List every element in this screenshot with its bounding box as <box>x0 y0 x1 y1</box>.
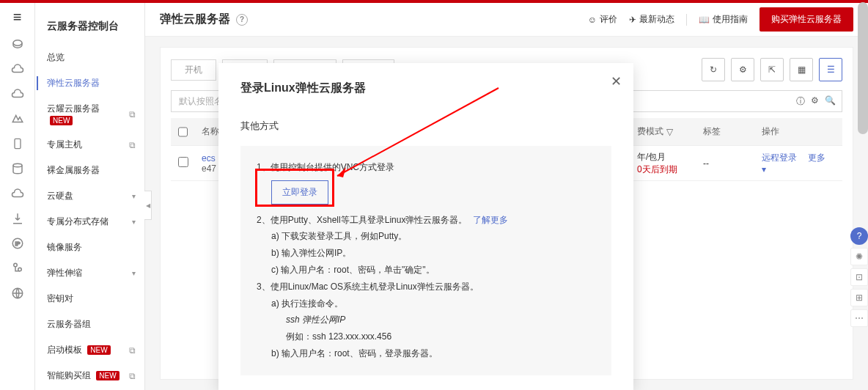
svg-rect-1 <box>15 139 21 148</box>
method-2b: b) 输入弹性公网IP。 <box>257 245 595 262</box>
external-icon: ⧉ <box>129 109 136 119</box>
learn-more-link[interactable]: 了解更多 <box>473 215 508 225</box>
refresh-icon[interactable]: ↻ <box>702 58 725 81</box>
rail-icon-10[interactable] <box>11 262 24 275</box>
svg-point-2 <box>13 163 22 167</box>
filter-help-icon[interactable]: ⓘ <box>796 95 805 108</box>
cell-tags: -- <box>696 158 754 169</box>
rail-icon-11[interactable] <box>11 287 24 300</box>
news-link[interactable]: ✈ 最新动态 <box>629 13 674 26</box>
nav-ims[interactable]: 镜像服务 <box>35 235 144 260</box>
nav-as[interactable]: 弹性伸缩▾ <box>35 260 144 286</box>
th-billing[interactable]: 费模式 ▽ <box>630 125 696 138</box>
modal-close-icon[interactable]: ✕ <box>611 73 622 89</box>
nav-ecs[interactable]: 弹性云服务器 <box>35 70 144 96</box>
nav-evs[interactable]: 云硬盘▾ <box>35 183 144 209</box>
external-icon: ⧉ <box>129 371 136 381</box>
cell-billing: 年/包月0天后到期 <box>630 151 696 176</box>
list-icon[interactable]: ☰ <box>819 58 842 81</box>
svg-point-5 <box>13 263 17 267</box>
rail-icon-3[interactable] <box>11 87 24 100</box>
rail-icon-4[interactable] <box>11 112 24 125</box>
help-icon[interactable]: ? <box>236 14 248 26</box>
method-2a: a) 下载安装登录工具，例如Putty。 <box>257 228 595 245</box>
nav-dedicated[interactable]: 专属主机⧉ <box>35 132 144 158</box>
float-help-icon[interactable]: ? <box>850 227 868 245</box>
th-tags[interactable]: 标签 <box>696 125 754 138</box>
login-methods-box: 1、使用控制台提供的VNC方式登录 立即登录 2、使用Putty、Xshell等… <box>240 146 611 375</box>
sidebar: 云服务器控制台 总览 弹性云服务器 云耀云服务器NEW⧉ 专属主机⧉ 裸金属服务… <box>35 3 145 390</box>
nav-dss[interactable]: 专属分布式存储▾ <box>35 209 144 235</box>
sidebar-title: 云服务器控制台 <box>35 14 144 45</box>
external-icon: ⧉ <box>129 345 136 356</box>
rail-icon-7[interactable] <box>11 187 24 200</box>
login-modal: ✕ 登录Linux弹性云服务器 其他方式 1、使用控制台提供的VNC方式登录 立… <box>218 63 633 390</box>
rating-link[interactable]: ☺ 评价 <box>588 13 617 26</box>
float-tool-2[interactable]: ⊡ <box>850 268 868 286</box>
start-button[interactable]: 开机 <box>171 59 216 81</box>
settings-icon[interactable]: ⚙ <box>731 58 754 81</box>
method-3: 3、使用Linux/Mac OS系统主机登录Linux弹性云服务器。 <box>257 279 595 295</box>
nav-keypair[interactable]: 密钥对 <box>35 286 144 312</box>
nav-overview[interactable]: 总览 <box>35 45 144 70</box>
float-tool-1[interactable]: ✺ <box>850 248 868 265</box>
rail-icon-8[interactable] <box>11 212 24 225</box>
filter-gear-icon[interactable]: ⚙ <box>811 95 819 108</box>
chevron-down-icon: ▾ <box>132 192 136 200</box>
sidebar-collapse-handle[interactable]: ◀ <box>144 191 152 220</box>
external-icon: ⧉ <box>129 140 136 150</box>
float-tool-4[interactable]: ⋯ <box>850 309 868 327</box>
export-icon[interactable]: ⇱ <box>760 58 784 81</box>
rail-icon-9[interactable]: IP <box>11 237 24 250</box>
filter-icon[interactable]: ▽ <box>666 127 673 137</box>
guide-link[interactable]: 📖 使用指南 <box>699 13 748 26</box>
nav-hecs[interactable]: 云耀云服务器NEW⧉ <box>35 96 144 132</box>
nav-smartbuy[interactable]: 智能购买组 NEW⧉ <box>35 363 144 389</box>
page-title: 弹性云服务器 ? <box>160 12 248 27</box>
chevron-down-icon: ▾ <box>132 218 136 226</box>
nav-template[interactable]: 启动模板 NEW⧉ <box>35 337 144 363</box>
method-1: 1、使用控制台提供的VNC方式登录 <box>257 159 595 176</box>
page-header: 弹性云服务器 ? ☺ 评价 ✈ 最新动态 📖 使用指南 购买弹性云服务器 <box>145 3 868 37</box>
rail-icon-2[interactable] <box>11 62 24 76</box>
grid-icon[interactable]: ▦ <box>790 58 813 81</box>
modal-title: 登录Linux弹性云服务器 <box>218 63 633 109</box>
icon-rail: ≡ IP <box>0 3 35 390</box>
remote-login-link[interactable]: 远程登录 <box>762 152 797 163</box>
floating-tools: ? ✺ ⊡ ⊞ ⋯ <box>850 227 868 327</box>
other-way-label: 其他方式 <box>240 109 611 146</box>
hamburger-menu-icon[interactable]: ≡ <box>13 9 22 26</box>
ssh-command: ssh 弹性公网IP <box>257 312 595 328</box>
ssh-example: 例如：ssh 123.xxx.xxx.456 <box>257 328 595 345</box>
nav-servergroup[interactable]: 云服务器组 <box>35 312 144 337</box>
buy-button[interactable]: 购买弹性云服务器 <box>760 7 853 32</box>
method-2c: c) 输入用户名：root、密码，单击"确定"。 <box>257 262 595 279</box>
rail-icon-1[interactable] <box>11 37 24 51</box>
select-all-checkbox[interactable] <box>178 127 188 137</box>
rail-icon-5[interactable] <box>11 137 24 150</box>
chevron-down-icon: ▾ <box>132 269 136 277</box>
login-now-button[interactable]: 立即登录 <box>271 180 328 205</box>
row-checkbox[interactable] <box>178 157 188 167</box>
nav-bms[interactable]: 裸金属服务器 <box>35 158 144 183</box>
rail-icon-6[interactable] <box>11 162 24 175</box>
cell-ops: 远程登录 更多 ▾ <box>754 152 842 174</box>
scrollbar-thumb[interactable] <box>858 2 868 134</box>
float-tool-3[interactable]: ⊞ <box>850 289 868 306</box>
th-ops: 操作 <box>754 125 842 138</box>
svg-text:IP: IP <box>15 240 20 247</box>
filter-search-icon[interactable]: 🔍 <box>825 95 836 108</box>
svg-point-0 <box>13 40 22 46</box>
method-3b: b) 输入用户名：root、密码，登录服务器。 <box>257 345 595 362</box>
method-2: 2、使用Putty、Xshell等工具登录Linux弹性云服务器。了解更多 <box>257 212 595 229</box>
method-3a: a) 执行连接命令。 <box>257 295 595 312</box>
